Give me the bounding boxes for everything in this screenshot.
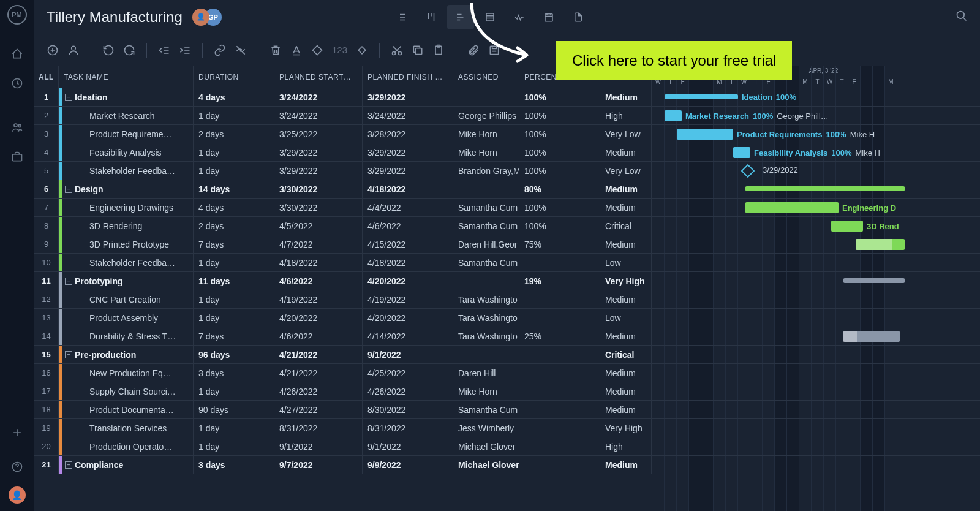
assigned-cell[interactable]: Samantha Cum xyxy=(453,217,519,235)
duration-cell[interactable]: 7 days xyxy=(194,327,274,345)
task-row[interactable]: 16 New Production Eq… 3 days 4/21/2022 4… xyxy=(34,364,652,382)
task-row[interactable]: 3 Product Requireme… 2 days 3/25/2022 3/… xyxy=(34,125,652,143)
home-icon[interactable] xyxy=(5,42,29,66)
start-cell[interactable]: 4/27/2022 xyxy=(274,401,363,418)
task-row[interactable]: 1 − Ideation 4 days 3/24/2022 3/29/2022 … xyxy=(34,88,652,107)
gantt-bar[interactable]: Ideation100% xyxy=(665,94,738,99)
gantt-row[interactable] xyxy=(652,419,980,437)
gantt-row[interactable] xyxy=(652,235,980,254)
priority-cell[interactable]: Critical xyxy=(600,346,652,363)
assigned-cell[interactable]: Tara Washingto xyxy=(453,327,519,345)
gantt-row[interactable] xyxy=(652,327,980,346)
milestone-icon[interactable] xyxy=(356,44,368,56)
task-name-cell[interactable]: Market Research xyxy=(59,107,194,124)
assigned-cell[interactable] xyxy=(453,272,519,290)
assigned-cell[interactable]: Daren Hill xyxy=(453,364,519,382)
start-cell[interactable]: 4/21/2022 xyxy=(274,364,363,382)
start-cell[interactable]: 4/5/2022 xyxy=(274,217,363,235)
duration-cell[interactable]: 90 days xyxy=(194,401,274,418)
task-row[interactable]: 5 Stakeholder Feedba… 1 day 3/29/2022 3/… xyxy=(34,162,652,180)
gantt-row[interactable] xyxy=(652,456,980,474)
collapse-icon[interactable]: − xyxy=(65,186,72,193)
start-cell[interactable]: 9/1/2022 xyxy=(274,437,363,455)
task-name-cell[interactable]: Stakeholder Feedba… xyxy=(59,254,194,271)
paste-icon[interactable] xyxy=(432,44,445,56)
task-name-cell[interactable]: Production Operato… xyxy=(59,437,194,455)
priority-cell[interactable]: Low xyxy=(600,254,652,271)
priority-cell[interactable]: Medium xyxy=(600,401,652,418)
task-row[interactable]: 21 − Compliance 3 days 9/7/2022 9/9/2022… xyxy=(34,456,652,474)
task-row[interactable]: 13 Product Assembly 1 day 4/20/2022 4/20… xyxy=(34,309,652,327)
assigned-cell[interactable]: Mike Horn xyxy=(453,143,519,161)
percent-cell[interactable] xyxy=(519,309,600,327)
assigned-cell[interactable]: Samantha Cum xyxy=(453,254,519,271)
task-row[interactable]: 6 − Design 14 days 3/30/2022 4/18/2022 8… xyxy=(34,180,652,199)
link-icon[interactable] xyxy=(214,44,226,56)
priority-cell[interactable]: Medium xyxy=(600,364,652,382)
gantt-chart[interactable]: R, 20 '22MAR, 27 '22APR, 3 '22 WTFSSMTWT… xyxy=(652,66,980,511)
start-cell[interactable]: 4/6/2022 xyxy=(274,327,363,345)
priority-cell[interactable]: High xyxy=(600,107,652,124)
search-icon[interactable] xyxy=(956,10,968,25)
finish-cell[interactable]: 4/18/2022 xyxy=(363,254,453,271)
cta-callout[interactable]: Click here to start your free trial xyxy=(556,41,792,80)
finish-cell[interactable]: 4/25/2022 xyxy=(363,364,453,382)
col-planned-start[interactable]: PLANNED START… xyxy=(274,66,363,88)
gantt-row[interactable] xyxy=(652,309,980,327)
start-cell[interactable]: 3/29/2022 xyxy=(274,143,363,161)
collapse-icon[interactable]: − xyxy=(65,461,72,469)
task-name-cell[interactable]: Feasibility Analysis xyxy=(59,143,194,161)
task-name-cell[interactable]: Product Documenta… xyxy=(59,401,194,418)
text-icon[interactable] xyxy=(290,44,303,56)
finish-cell[interactable]: 9/1/2022 xyxy=(363,346,453,363)
assigned-cell[interactable]: Mike Horn xyxy=(453,125,519,143)
start-cell[interactable]: 4/7/2022 xyxy=(274,235,363,253)
task-row[interactable]: 4 Feasibility Analysis 1 day 3/29/2022 3… xyxy=(34,143,652,162)
start-cell[interactable]: 3/25/2022 xyxy=(274,125,363,143)
help-icon[interactable] xyxy=(5,455,29,479)
finish-cell[interactable]: 9/9/2022 xyxy=(363,456,453,474)
duration-cell[interactable]: 1 day xyxy=(194,254,274,271)
collapse-icon[interactable]: − xyxy=(65,351,72,358)
gantt-bar[interactable]: 3D Rend xyxy=(831,221,863,232)
assigned-cell[interactable] xyxy=(453,346,519,363)
gantt-bar[interactable] xyxy=(856,239,905,250)
start-cell[interactable]: 9/7/2022 xyxy=(274,456,363,474)
start-cell[interactable]: 4/21/2022 xyxy=(274,346,363,363)
assigned-cell[interactable]: Mike Horn xyxy=(453,382,519,400)
task-name-cell[interactable]: Product Assembly xyxy=(59,309,194,327)
priority-cell[interactable]: Medium xyxy=(600,456,652,474)
assigned-cell[interactable]: Samantha Cum xyxy=(453,401,519,418)
task-row[interactable]: 15 − Pre-production 96 days 4/21/2022 9/… xyxy=(34,346,652,364)
priority-cell[interactable]: Medium xyxy=(600,143,652,161)
task-name-cell[interactable]: Translation Services xyxy=(59,419,194,437)
task-name-cell[interactable]: CNC Part Creation xyxy=(59,290,194,308)
finish-cell[interactable]: 4/20/2022 xyxy=(363,309,453,327)
percent-cell[interactable]: 75% xyxy=(519,235,600,253)
duration-cell[interactable]: 2 days xyxy=(194,125,274,143)
gantt-row[interactable]: Ideation100% xyxy=(652,88,980,107)
priority-cell[interactable]: Medium xyxy=(600,382,652,400)
add-icon[interactable] xyxy=(5,420,29,445)
finish-cell[interactable]: 3/29/2022 xyxy=(363,162,453,180)
finish-cell[interactable]: 4/6/2022 xyxy=(363,217,453,235)
duration-cell[interactable]: 14 days xyxy=(194,180,274,198)
task-name-cell[interactable]: − Design xyxy=(59,180,194,198)
finish-cell[interactable]: 8/31/2022 xyxy=(363,419,453,437)
undo-icon[interactable] xyxy=(102,44,115,56)
duration-cell[interactable]: 96 days xyxy=(194,346,274,363)
assigned-cell[interactable]: Tara Washingto xyxy=(453,309,519,327)
gantt-row[interactable] xyxy=(652,382,980,401)
duration-cell[interactable]: 1 day xyxy=(194,437,274,455)
finish-cell[interactable]: 3/28/2022 xyxy=(363,125,453,143)
gantt-bar[interactable] xyxy=(843,331,900,342)
gantt-row[interactable]: Market Research100%George Phill… xyxy=(652,107,980,125)
percent-cell[interactable] xyxy=(519,290,600,308)
priority-cell[interactable]: High xyxy=(600,437,652,455)
gantt-row[interactable] xyxy=(652,364,980,382)
percent-cell[interactable] xyxy=(519,419,600,437)
task-name-cell[interactable]: Stakeholder Feedba… xyxy=(59,162,194,180)
percent-cell[interactable] xyxy=(519,382,600,400)
start-cell[interactable]: 8/31/2022 xyxy=(274,419,363,437)
percent-cell[interactable]: 100% xyxy=(519,199,600,216)
